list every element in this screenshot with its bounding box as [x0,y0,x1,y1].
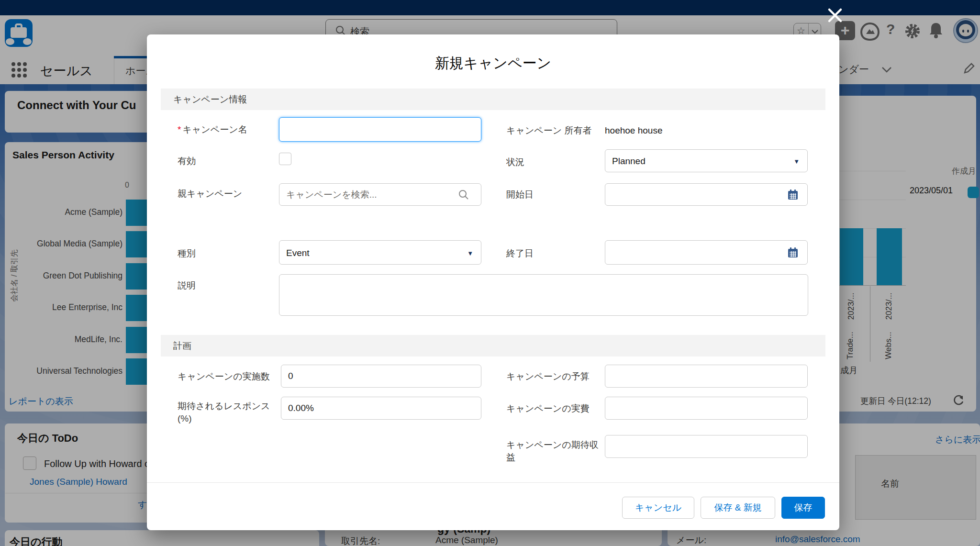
calendar-icon[interactable] [787,189,799,201]
cancel-button[interactable]: キャンセル [622,497,694,519]
start-date-label: 開始日 [506,189,606,201]
campaign-name-input[interactable] [279,117,481,142]
status-value: Planned [612,150,646,173]
description-textarea[interactable] [279,274,808,316]
search-icon [458,189,469,201]
actual-cost-label: キャンペーンの実費 [506,402,606,415]
dropdown-icon: ▼ [793,158,800,165]
actual-cost-input[interactable] [605,397,808,420]
new-campaign-modal: 新規キャンペーン キャンペーン情報 *キャンペーン名 キャンペーン 所有者 ho… [147,34,839,530]
required-asterisk: * [178,124,181,134]
status-select[interactable]: Planned ▼ [605,149,808,172]
campaign-owner-value: hoehoe house [605,125,662,136]
dropdown-icon: ▼ [467,250,473,257]
parent-campaign-label: 親キャンペーン [178,188,277,200]
section-plan: 計画 [161,335,825,357]
type-label: 種別 [178,247,277,260]
modal-close-icon[interactable] [824,5,846,26]
campaign-name-label: *キャンペーン名 [178,123,277,136]
active-checkbox[interactable] [279,153,291,165]
modal-footer-divider [147,482,839,483]
expected-response-input[interactable] [281,397,481,420]
num-sent-label: キャンペーンの実施数 [178,370,277,383]
expected-revenue-label: キャンペーンの期待収益 [506,439,606,464]
parent-campaign-input[interactable] [279,183,481,206]
type-select[interactable]: Event ▼ [279,240,481,265]
section-campaign-info: キャンペーン情報 [161,89,825,110]
budget-label: キャンペーンの予算 [506,370,606,383]
campaign-owner-label: キャンペーン 所有者 [506,124,606,137]
end-date-input[interactable] [605,240,808,265]
budget-input[interactable] [605,365,808,388]
save-and-new-button[interactable]: 保存 & 新規 [701,497,775,519]
num-sent-input[interactable] [281,365,481,388]
active-label: 有効 [178,155,277,167]
type-value: Event [286,241,310,265]
end-date-label: 終了日 [506,247,606,260]
expected-response-label: 期待されるレスポンス (%) [178,400,279,425]
expected-revenue-input[interactable] [605,435,808,458]
screen: 検索 ☆ + ? セールス [0,0,980,546]
modal-title: 新規キャンペーン [147,54,839,73]
save-button[interactable]: 保存 [781,497,825,519]
description-label: 説明 [178,279,277,292]
start-date-input[interactable] [605,183,808,206]
calendar-icon[interactable] [787,246,799,259]
status-label: 状況 [506,156,606,168]
